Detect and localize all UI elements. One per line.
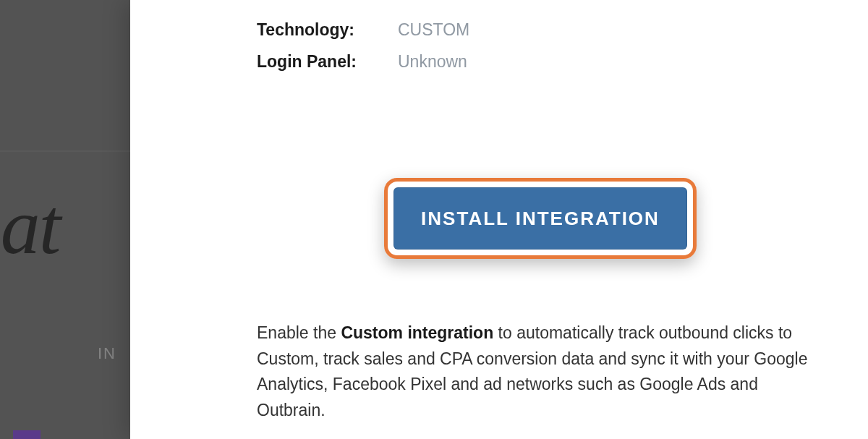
backdrop-nav-fragment: IN — [98, 344, 116, 363]
integration-description: Enable the Custom integration to automat… — [257, 320, 830, 424]
backdrop-divider — [0, 150, 130, 152]
integration-modal: Technology: CUSTOM Login Panel: Unknown … — [130, 0, 868, 439]
login-panel-label: Login Panel: — [257, 52, 398, 72]
backdrop-accent — [13, 430, 41, 439]
description-bold: Custom integration — [341, 323, 493, 342]
install-integration-button[interactable]: INSTALL INTEGRATION — [393, 187, 687, 250]
technology-row: Technology: CUSTOM — [257, 20, 469, 40]
description-prefix: Enable the — [257, 323, 341, 342]
backdrop-logo-fragment: iliat — [0, 181, 59, 273]
technology-value: CUSTOM — [398, 20, 469, 40]
login-panel-row: Login Panel: Unknown — [257, 52, 467, 72]
login-panel-value: Unknown — [398, 52, 467, 72]
technology-label: Technology: — [257, 20, 398, 40]
install-button-highlight: INSTALL INTEGRATION — [384, 178, 697, 259]
